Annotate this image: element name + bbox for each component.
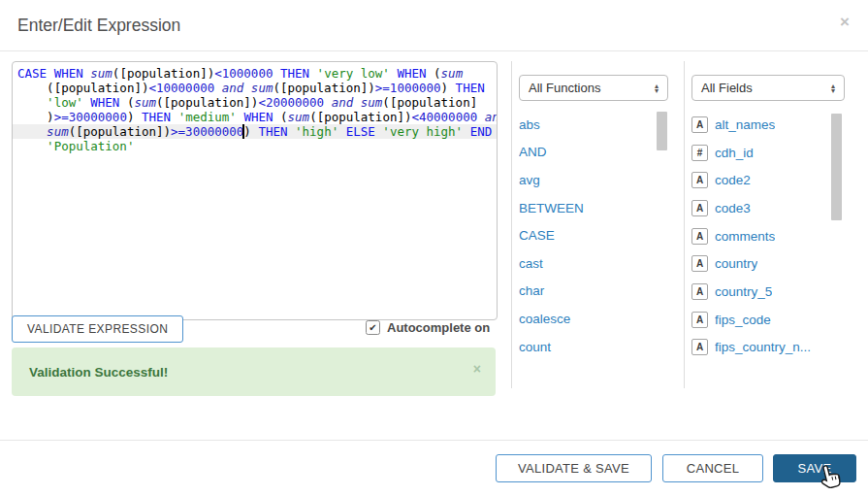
string-type-icon: A bbox=[691, 200, 708, 216]
dropdown-stepper-icon: ▴ ▾ bbox=[655, 83, 659, 93]
field-name: country_5 bbox=[715, 284, 772, 299]
functions-scrollbar-thumb[interactable] bbox=[657, 112, 667, 150]
functions-dropdown-value: All Functions bbox=[529, 81, 600, 95]
expression-dialog: Enter/Edit Expression × CASE WHEN sum([p… bbox=[0, 0, 868, 496]
fields-dropdown-value: All Fields bbox=[701, 81, 753, 95]
dialog-close-icon[interactable]: × bbox=[840, 13, 850, 32]
code-line: CASE WHEN sum([population])<1000000 THEN… bbox=[13, 66, 497, 81]
string-type-icon: A bbox=[691, 228, 708, 245]
fields-panel: All Fields ▴ ▾ Aalt_names#cdh_idAcode2Ac… bbox=[684, 61, 856, 388]
functions-dropdown[interactable]: All Functions ▴ ▾ bbox=[519, 75, 668, 101]
numeric-type-icon: # bbox=[691, 145, 708, 161]
code-line: 'low' WHEN (sum([population])<20000000 a… bbox=[13, 95, 497, 110]
function-item[interactable]: CASE bbox=[519, 221, 684, 249]
dialog-title: Enter/Edit Expression bbox=[17, 16, 180, 36]
code-line: ([population])<10000000 and sum([populat… bbox=[13, 81, 497, 95]
footer-divider bbox=[0, 440, 868, 441]
field-item[interactable]: Acountry bbox=[691, 249, 856, 278]
function-item[interactable]: coalesce bbox=[519, 305, 684, 333]
code-line: sum([population])>=30000000) THEN 'high'… bbox=[13, 124, 497, 139]
alert-close-icon[interactable]: × bbox=[473, 361, 481, 377]
field-item[interactable]: Afips_code bbox=[691, 306, 856, 334]
expression-code-editor[interactable]: CASE WHEN sum([population])<1000000 THEN… bbox=[12, 61, 498, 320]
string-type-icon: A bbox=[691, 116, 708, 133]
autocomplete-label: Autocomplete on bbox=[387, 320, 490, 335]
function-item[interactable]: char bbox=[519, 278, 684, 306]
string-type-icon: A bbox=[691, 283, 708, 300]
validate-expression-button[interactable]: VALIDATE EXPRESSION bbox=[12, 315, 183, 343]
field-name: code2 bbox=[715, 173, 751, 187]
save-button[interactable]: SAVE bbox=[773, 454, 856, 482]
string-type-icon: A bbox=[691, 255, 708, 272]
function-item[interactable]: BETWEEN bbox=[519, 194, 684, 222]
string-type-icon: A bbox=[691, 312, 708, 328]
cancel-button[interactable]: CANCEL bbox=[662, 454, 763, 482]
string-type-icon: A bbox=[691, 172, 708, 188]
checkmark-icon: ✔ bbox=[369, 323, 376, 333]
fields-scrollbar-thumb[interactable] bbox=[831, 114, 842, 220]
field-item[interactable]: Acomments bbox=[691, 222, 856, 250]
field-name: fips_country_n... bbox=[715, 340, 811, 354]
alert-message: Validation Successful! bbox=[29, 365, 168, 380]
string-type-icon: A bbox=[691, 339, 708, 355]
field-name: code3 bbox=[715, 201, 751, 215]
field-item[interactable]: Afips_country_n... bbox=[691, 334, 856, 362]
header-divider bbox=[0, 50, 868, 51]
field-name: fips_code bbox=[715, 313, 771, 327]
code-line: )>=30000000) THEN 'medium' WHEN (sum([po… bbox=[13, 110, 497, 124]
functions-panel: All Functions ▴ ▾ absANDavgBETWEENCASEca… bbox=[511, 61, 684, 388]
field-item[interactable]: Acountry_5 bbox=[691, 278, 856, 306]
field-name: alt_names bbox=[715, 117, 775, 132]
field-name: country bbox=[715, 256, 757, 271]
validation-success-alert: Validation Successful! × bbox=[12, 347, 496, 396]
field-name: cdh_id bbox=[715, 146, 754, 160]
function-item[interactable]: cast bbox=[519, 249, 684, 278]
validate-and-save-button[interactable]: VALIDATE & SAVE bbox=[496, 454, 652, 482]
autocomplete-checkbox[interactable]: ✔ bbox=[366, 320, 380, 335]
function-item[interactable]: avg bbox=[519, 166, 684, 194]
code-line: 'Population' bbox=[13, 139, 497, 153]
function-item[interactable]: count bbox=[519, 333, 684, 361]
fields-dropdown[interactable]: All Fields ▴ ▾ bbox=[691, 75, 845, 101]
dropdown-stepper-icon: ▴ ▾ bbox=[831, 83, 835, 93]
autocomplete-toggle[interactable]: ✔ Autocomplete on bbox=[366, 320, 490, 335]
field-name: comments bbox=[715, 229, 775, 244]
